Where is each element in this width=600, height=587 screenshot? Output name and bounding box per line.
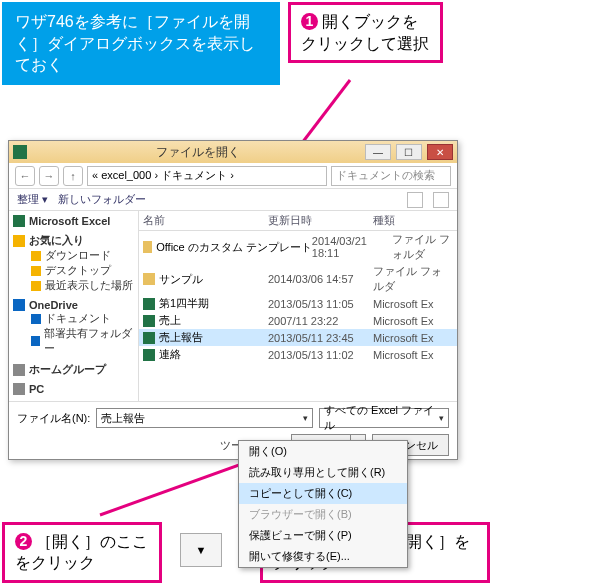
nav-favorites[interactable]: お気に入り bbox=[13, 233, 134, 248]
file-row[interactable]: 第1四半期2013/05/13 11:05Microsoft Ex bbox=[139, 295, 457, 312]
file-row[interactable]: サンプル2014/03/06 14:57ファイル フォルダ bbox=[139, 263, 457, 295]
file-date: 2013/05/11 23:45 bbox=[268, 332, 373, 344]
folder-icon bbox=[143, 241, 152, 253]
column-headers[interactable]: 名前 更新日時 種類 bbox=[139, 211, 457, 231]
nav-recent[interactable]: 最近表示した場所 bbox=[13, 278, 134, 293]
star-icon bbox=[13, 235, 25, 247]
callout-step-1: 1 開くブックをクリックして選択 bbox=[288, 2, 443, 63]
window-buttons: — ☐ ✕ bbox=[363, 144, 453, 160]
file-date: 2013/05/13 11:02 bbox=[268, 349, 373, 361]
callout-text: ワザ746を参考に［ファイルを開く］ダイアログボックスを表示しておく bbox=[15, 13, 255, 73]
chevron-down-icon: ▼ bbox=[196, 544, 207, 556]
step-number-1: 1 bbox=[301, 13, 318, 30]
file-row[interactable]: 売上2007/11 23:22Microsoft Ex bbox=[139, 312, 457, 329]
file-date: 2014/03/06 14:57 bbox=[268, 273, 373, 285]
forward-button[interactable]: → bbox=[39, 166, 59, 186]
open-dropdown-menu: 開く(O)読み取り専用として開く(R)コピーとして開く(C)ブラウザーで開く(B… bbox=[238, 440, 408, 568]
filetype-filter[interactable]: すべての Excel ファイル ▾ bbox=[319, 408, 449, 428]
breadcrumb-path[interactable]: « excel_000 › ドキュメント › bbox=[87, 166, 327, 186]
excel-app-icon bbox=[13, 145, 27, 159]
file-type: Microsoft Ex bbox=[373, 298, 453, 310]
filename-value: 売上報告 bbox=[101, 411, 145, 426]
chevron-down-icon[interactable]: ▾ bbox=[439, 413, 444, 423]
close-button[interactable]: ✕ bbox=[427, 144, 453, 160]
file-name: 連絡 bbox=[159, 347, 268, 362]
file-date: 2014/03/21 18:11 bbox=[312, 235, 392, 259]
pc-icon bbox=[13, 383, 25, 395]
dropdown-arrow-illustration: ▼ bbox=[180, 533, 222, 567]
up-button[interactable]: ↑ bbox=[63, 166, 83, 186]
folder-icon bbox=[143, 273, 155, 285]
file-name: 売上 bbox=[159, 313, 268, 328]
callout-text: ［開く］のここをクリック bbox=[15, 533, 148, 572]
menu-item[interactable]: 保護ビューで開く(P) bbox=[239, 525, 407, 546]
nav-pane[interactable]: Microsoft Excel お気に入り ダウンロード デスクトップ 最近表示… bbox=[9, 211, 139, 401]
file-name: サンプル bbox=[159, 272, 268, 287]
titlebar[interactable]: ファイルを開く — ☐ ✕ bbox=[9, 141, 457, 163]
nav-pc[interactable]: PC bbox=[13, 383, 134, 395]
search-placeholder: ドキュメントの検索 bbox=[336, 168, 435, 183]
col-date[interactable]: 更新日時 bbox=[268, 213, 373, 228]
folder-icon bbox=[31, 336, 40, 346]
filename-combo[interactable]: 売上報告 ▾ bbox=[96, 408, 313, 428]
excel-file-icon bbox=[143, 332, 155, 344]
nav-excel[interactable]: Microsoft Excel bbox=[13, 215, 134, 227]
filename-label: ファイル名(N): bbox=[17, 411, 90, 426]
excel-file-icon bbox=[143, 349, 155, 361]
col-type[interactable]: 種類 bbox=[373, 213, 453, 228]
callout-text: 開くブックをクリックして選択 bbox=[301, 13, 429, 52]
file-row[interactable]: Office のカスタム テンプレート2014/03/21 18:11ファイル … bbox=[139, 231, 457, 263]
file-row[interactable]: 売上報告2013/05/11 23:45Microsoft Ex bbox=[139, 329, 457, 346]
view-icon[interactable] bbox=[407, 192, 423, 208]
menu-item[interactable]: 開いて修復する(E)... bbox=[239, 546, 407, 567]
organize-button[interactable]: 整理 ▾ bbox=[17, 192, 48, 207]
menu-item[interactable]: 読み取り専用として開く(R) bbox=[239, 462, 407, 483]
filter-value: すべての Excel ファイル bbox=[324, 403, 439, 433]
file-name: Office のカスタム テンプレート bbox=[156, 240, 312, 255]
nav-homegroup[interactable]: ホームグループ bbox=[13, 362, 134, 377]
window-title: ファイルを開く bbox=[33, 144, 363, 161]
maximize-button[interactable]: ☐ bbox=[396, 144, 422, 160]
file-name: 第1四半期 bbox=[159, 296, 268, 311]
file-row[interactable]: 連絡2013/05/13 11:02Microsoft Ex bbox=[139, 346, 457, 363]
folder-icon bbox=[31, 281, 41, 291]
excel-file-icon bbox=[143, 298, 155, 310]
nav-od-share[interactable]: 部署共有フォルダー bbox=[13, 326, 134, 356]
nav-desktop[interactable]: デスクトップ bbox=[13, 263, 134, 278]
file-type: Microsoft Ex bbox=[373, 332, 453, 344]
folder-icon bbox=[31, 314, 41, 324]
nav-od-docs[interactable]: ドキュメント bbox=[13, 311, 134, 326]
toolbar: 整理 ▾ 新しいフォルダー bbox=[9, 189, 457, 211]
menu-item: ブラウザーで開く(B) bbox=[239, 504, 407, 525]
help-icon[interactable] bbox=[433, 192, 449, 208]
file-open-dialog: ファイルを開く — ☐ ✕ ← → ↑ « excel_000 › ドキュメント… bbox=[8, 140, 458, 460]
nav-downloads[interactable]: ダウンロード bbox=[13, 248, 134, 263]
callout-intro: ワザ746を参考に［ファイルを開く］ダイアログボックスを表示しておく bbox=[2, 2, 280, 85]
nav-onedrive[interactable]: OneDrive bbox=[13, 299, 134, 311]
file-name: 売上報告 bbox=[159, 330, 268, 345]
file-date: 2013/05/13 11:05 bbox=[268, 298, 373, 310]
minimize-button[interactable]: — bbox=[365, 144, 391, 160]
chevron-down-icon[interactable]: ▾ bbox=[303, 413, 308, 423]
step-number-2: 2 bbox=[15, 533, 32, 550]
file-type: ファイル フォルダ bbox=[392, 232, 453, 262]
file-list[interactable]: 名前 更新日時 種類 Office のカスタム テンプレート2014/03/21… bbox=[139, 211, 457, 401]
address-bar-row: ← → ↑ « excel_000 › ドキュメント › ドキュメントの検索 bbox=[9, 163, 457, 189]
file-type: Microsoft Ex bbox=[373, 315, 453, 327]
file-date: 2007/11 23:22 bbox=[268, 315, 373, 327]
new-folder-button[interactable]: 新しいフォルダー bbox=[58, 192, 146, 207]
excel-file-icon bbox=[143, 315, 155, 327]
file-type: Microsoft Ex bbox=[373, 349, 453, 361]
callout-step-2: 2 ［開く］のここをクリック bbox=[2, 522, 162, 583]
menu-item[interactable]: コピーとして開く(C) bbox=[239, 483, 407, 504]
excel-icon bbox=[13, 215, 25, 227]
folder-icon bbox=[31, 266, 41, 276]
folder-icon bbox=[31, 251, 41, 261]
search-input[interactable]: ドキュメントの検索 bbox=[331, 166, 451, 186]
menu-item[interactable]: 開く(O) bbox=[239, 441, 407, 462]
file-type: ファイル フォルダ bbox=[373, 264, 453, 294]
back-button[interactable]: ← bbox=[15, 166, 35, 186]
col-name[interactable]: 名前 bbox=[143, 213, 268, 228]
homegroup-icon bbox=[13, 364, 25, 376]
onedrive-icon bbox=[13, 299, 25, 311]
